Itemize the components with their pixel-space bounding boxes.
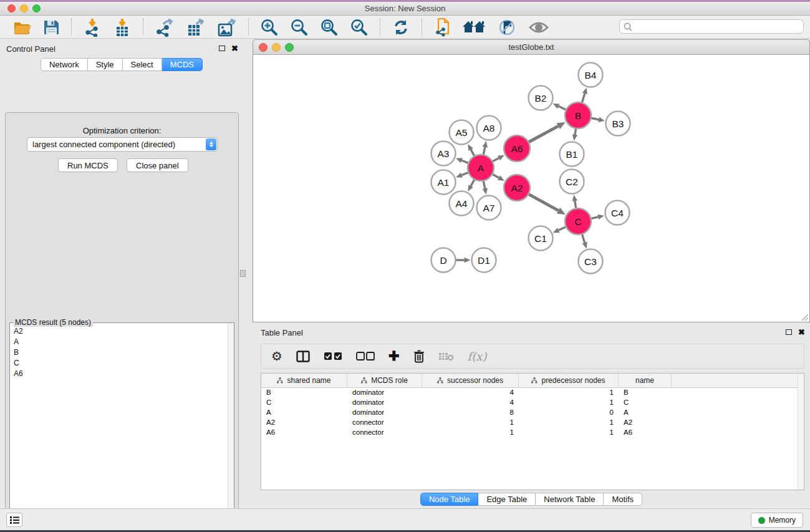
tab-network[interactable]: Network — [41, 58, 88, 71]
zoom-out-button[interactable] — [286, 17, 312, 38]
window-resize-grip-icon[interactable] — [800, 312, 809, 321]
edge-A2-C[interactable] — [528, 194, 559, 211]
export-table-button[interactable] — [182, 17, 210, 38]
table-row[interactable]: Cdominator41C — [261, 398, 804, 408]
table-cell[interactable]: 4 — [422, 388, 519, 398]
table-cell[interactable]: B — [261, 388, 347, 398]
table-cell[interactable]: C — [261, 398, 347, 408]
table-mode-button[interactable]: ⚙ — [266, 349, 287, 364]
checked-boxes-icon — [324, 352, 342, 360]
import-network-button[interactable] — [79, 17, 105, 38]
table-cell[interactable]: 1 — [519, 398, 619, 408]
hide-columns-button[interactable] — [351, 351, 380, 362]
column-header-shared-name[interactable]: shared name — [261, 374, 347, 387]
graph-node-label: C1 — [534, 233, 547, 244]
app-titlebar[interactable]: Session: New Session — [0, 2, 810, 16]
mcds-result-item[interactable]: A6 — [10, 368, 228, 379]
table-row[interactable]: A2connector11A2 — [261, 418, 804, 428]
task-history-button[interactable] — [6, 513, 22, 527]
zoom-selected-button[interactable] — [346, 17, 372, 38]
network-canvas[interactable]: B4B2BB3A8A5A6A3B1AA1C2A2A4A7C4CC1C3DD1 — [253, 55, 810, 322]
panel-splitter-handle[interactable] — [240, 270, 246, 277]
close-table-panel-button[interactable]: ✖ — [798, 327, 805, 337]
mcds-result-list[interactable]: A2ABCA6 — [10, 326, 228, 532]
function-builder-button[interactable]: f(x) — [463, 349, 492, 364]
column-header-mcds-role[interactable]: MCDS role — [347, 374, 422, 387]
table-cell[interactable]: connector — [347, 418, 422, 428]
refresh-button[interactable] — [388, 17, 414, 37]
memory-button[interactable]: Memory — [751, 513, 803, 528]
run-mcds-button[interactable]: Run MCDS — [58, 158, 118, 172]
table-cell[interactable]: dominator — [347, 388, 422, 398]
open-session-button[interactable] — [9, 18, 36, 37]
mcds-result-item[interactable]: B — [10, 347, 228, 357]
table-cell[interactable]: A6 — [261, 428, 347, 438]
network-window-titlebar[interactable]: testGlobe.txt — [253, 39, 810, 55]
table-cell[interactable]: A2 — [619, 418, 672, 428]
table-cell[interactable]: 0 — [519, 408, 619, 418]
edge-B-B4[interactable] — [582, 94, 585, 104]
create-column-button[interactable]: ✚ — [383, 349, 405, 364]
table-row[interactable]: A6connector11A6 — [261, 428, 804, 438]
table-cell[interactable]: A2 — [261, 418, 347, 428]
table-scrollbar[interactable] — [798, 374, 804, 490]
table-tab-network-table[interactable]: Network Table — [536, 493, 604, 506]
table-cell[interactable]: 8 — [422, 408, 519, 418]
table-cell[interactable]: A — [619, 408, 672, 418]
table-cell[interactable]: dominator — [347, 408, 422, 418]
tab-select[interactable]: Select — [123, 58, 162, 71]
tab-style[interactable]: Style — [88, 58, 123, 71]
delete-columns-button[interactable] — [408, 349, 430, 364]
table-tab-edge-table[interactable]: Edge Table — [478, 493, 536, 506]
edge-arrowhead — [582, 88, 587, 95]
list-icon — [10, 516, 19, 525]
edge-A6-B[interactable] — [528, 126, 559, 142]
criterion-dropdown[interactable]: largest connected component (directed) — [27, 137, 218, 152]
close-panel-action-button[interactable]: Close panel — [127, 158, 188, 172]
float-table-panel-button[interactable] — [786, 327, 792, 337]
table-cell[interactable]: A — [261, 408, 347, 418]
mcds-result-item[interactable]: C — [10, 357, 228, 368]
table-cell[interactable]: 1 — [519, 418, 619, 428]
table-cell[interactable]: 1 — [519, 388, 619, 398]
flag-toggle-button[interactable] — [493, 17, 521, 37]
edge-C-C3[interactable] — [582, 233, 585, 243]
export-image-button[interactable] — [213, 17, 241, 38]
mcds-result-item[interactable]: A2 — [10, 326, 228, 336]
show-columns-button[interactable] — [319, 351, 347, 362]
table-cell[interactable]: B — [619, 388, 672, 398]
table-cell[interactable]: A6 — [619, 428, 672, 438]
close-panel-button[interactable]: ✖ — [231, 44, 238, 53]
result-scrollbar[interactable] — [228, 323, 234, 532]
table-cell[interactable]: C — [619, 398, 672, 408]
import-table-button[interactable] — [109, 17, 135, 38]
column-header-predecessor-nodes[interactable]: predecessor nodes — [519, 374, 619, 387]
column-header-successor-nodes[interactable]: successor nodes — [422, 374, 519, 387]
table-cell[interactable]: 4 — [422, 398, 519, 408]
table-tab-motifs[interactable]: Motifs — [604, 493, 642, 506]
tab-mcds[interactable]: MCDS — [162, 58, 203, 71]
table-row[interactable]: Adominator80A — [261, 408, 804, 418]
delete-table-button[interactable] — [433, 351, 459, 362]
table-cell[interactable]: connector — [347, 428, 422, 438]
search-input[interactable] — [633, 20, 803, 33]
home-button[interactable] — [458, 18, 489, 37]
float-panel-button[interactable] — [219, 44, 225, 53]
column-header-name[interactable]: name — [619, 374, 672, 387]
save-session-button[interactable] — [39, 18, 64, 37]
create-network-from-file-button[interactable] — [430, 16, 455, 39]
search-field[interactable] — [619, 19, 804, 34]
table-cell[interactable]: 1 — [422, 428, 519, 438]
table-cell[interactable]: 1 — [422, 418, 519, 428]
zoom-in-button[interactable] — [256, 17, 282, 38]
format-columns-button[interactable] — [291, 349, 315, 364]
table-tab-node-table[interactable]: Node Table — [420, 493, 479, 506]
table-row[interactable]: Bdominator41B — [261, 388, 804, 398]
zoom-fit-button[interactable] — [316, 17, 342, 38]
mcds-result-item[interactable]: A — [10, 336, 228, 347]
export-network-button[interactable] — [151, 17, 178, 38]
table-cell[interactable]: dominator — [347, 398, 422, 408]
table-cell[interactable]: 1 — [519, 428, 619, 438]
show-graphics-details-button[interactable] — [524, 19, 553, 36]
network-graph[interactable]: B4B2BB3A8A5A6A3B1AA1C2A2A4A7C4CC1C3DD1 — [253, 55, 809, 321]
